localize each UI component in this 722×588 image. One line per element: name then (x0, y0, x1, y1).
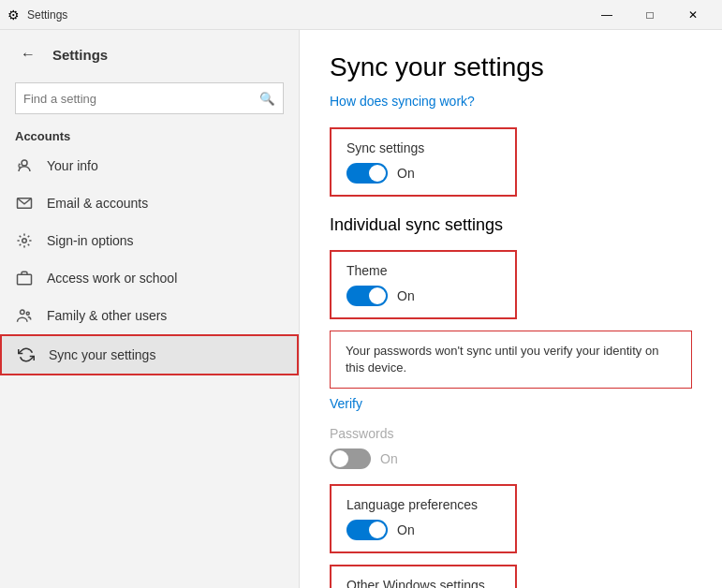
sync-settings-toggle[interactable] (346, 163, 388, 184)
svg-point-0 (22, 160, 27, 166)
page-title: Sync your settings (330, 52, 692, 82)
theme-state: On (397, 288, 415, 303)
sidebar-item-sync[interactable]: Sync your settings (0, 334, 299, 375)
title-bar-left: ⚙ Settings (7, 7, 67, 22)
other-windows-label: Other Windows settings (346, 578, 500, 588)
sync-settings-box: Sync settings On (330, 127, 517, 197)
language-box: Language preferences On (330, 484, 517, 553)
close-button[interactable]: ✕ (671, 0, 715, 30)
sync-settings-state: On (397, 166, 415, 181)
search-icon-button[interactable]: 🔍 (251, 82, 283, 114)
search-box: 🔍 (15, 82, 284, 114)
passwords-toggle[interactable] (330, 448, 371, 469)
language-label: Language preferences (346, 497, 500, 512)
sync-icon (17, 345, 36, 364)
warning-box: Your passwords won't sync until you veri… (330, 331, 692, 389)
work-icon (15, 269, 34, 287)
svg-line-2 (19, 164, 21, 166)
passwords-state: On (380, 451, 398, 466)
language-row: On (346, 520, 500, 540)
your-info-icon (15, 156, 34, 175)
sidebar-item-family[interactable]: Family & other users (0, 297, 299, 334)
sidebar-item-sign-in[interactable]: Sign-in options (0, 222, 299, 259)
sync-settings-row: On (346, 163, 500, 184)
sidebar-label-sync: Sync your settings (49, 347, 155, 362)
passwords-row: On (330, 448, 692, 469)
sidebar-label-your-info: Your info (47, 158, 98, 173)
back-button[interactable]: ← (15, 41, 41, 67)
language-toggle[interactable] (346, 520, 388, 540)
app-layout: ← Settings 🔍 Accounts Your info (0, 30, 722, 588)
sidebar-item-your-info[interactable]: Your info (0, 147, 299, 184)
sidebar-title: Settings (52, 47, 108, 63)
verify-link[interactable]: Verify (330, 396, 692, 411)
title-bar-title: Settings (27, 8, 67, 22)
language-state: On (397, 522, 415, 537)
title-bar: ⚙ Settings — □ ✕ (0, 0, 722, 30)
passwords-item: Passwords On (330, 426, 692, 469)
svg-point-5 (22, 239, 27, 243)
svg-point-8 (21, 310, 25, 315)
sidebar-label-family: Family & other users (47, 308, 167, 323)
how-syncing-works-link[interactable]: How does syncing work? (330, 94, 692, 109)
app-icon: ⚙ (7, 7, 20, 22)
section-label: Accounts (0, 122, 299, 147)
sign-in-icon (15, 231, 34, 250)
theme-box: Theme On (330, 250, 517, 319)
family-icon (15, 306, 34, 325)
warning-text: Your passwords won't sync until you veri… (346, 344, 658, 375)
search-icon: 🔍 (259, 92, 275, 106)
individual-sync-title: Individual sync settings (330, 215, 692, 235)
search-input[interactable] (16, 92, 251, 106)
svg-point-9 (26, 312, 29, 315)
other-windows-box: Other Windows settings On (330, 565, 517, 588)
sidebar-item-work-school[interactable]: Access work or school (0, 259, 299, 297)
title-bar-controls: — □ ✕ (585, 0, 715, 30)
maximize-button[interactable]: □ (628, 0, 671, 30)
sidebar-item-email-accounts[interactable]: Email & accounts (0, 184, 299, 222)
sidebar-header: ← Settings (0, 30, 299, 79)
passwords-label: Passwords (330, 426, 692, 441)
theme-label: Theme (346, 263, 500, 278)
theme-row: On (346, 286, 500, 306)
sidebar: ← Settings 🔍 Accounts Your info (0, 30, 300, 588)
sidebar-label-work: Access work or school (47, 271, 177, 286)
sidebar-label-email: Email & accounts (47, 196, 148, 211)
email-icon (15, 194, 34, 213)
minimize-button[interactable]: — (585, 0, 628, 30)
content-area: Sync your settings How does syncing work… (300, 30, 722, 588)
svg-line-3 (19, 167, 21, 169)
sync-settings-label: Sync settings (346, 140, 500, 155)
sidebar-label-sign-in: Sign-in options (47, 233, 134, 248)
theme-toggle[interactable] (346, 286, 388, 306)
svg-rect-6 (18, 274, 32, 285)
